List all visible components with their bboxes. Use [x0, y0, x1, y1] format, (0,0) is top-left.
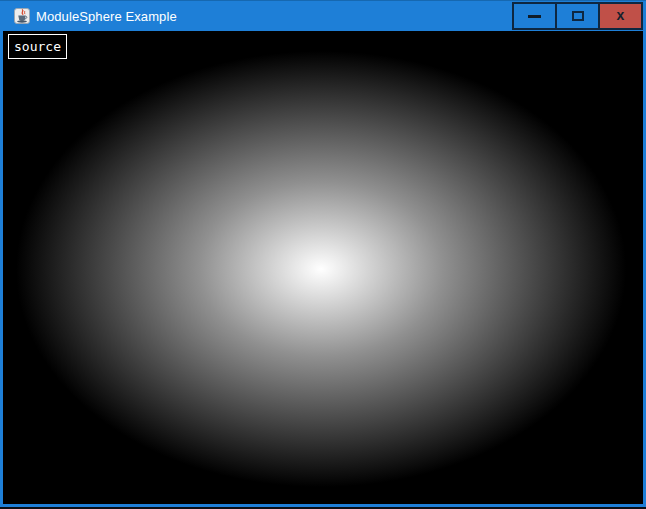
- maximize-icon: [572, 11, 584, 21]
- minimize-button[interactable]: [512, 2, 557, 30]
- window-title: ModuleSphere Example: [36, 9, 177, 24]
- java-coffee-cup-icon: [14, 8, 30, 24]
- titlebar[interactable]: ModuleSphere Example x: [0, 1, 646, 31]
- app-window: ModuleSphere Example x source: [0, 0, 646, 509]
- close-icon: x: [617, 8, 625, 22]
- minimize-icon: [528, 15, 541, 18]
- source-node[interactable]: source: [8, 34, 67, 59]
- maximize-button[interactable]: [555, 2, 600, 30]
- render-canvas[interactable]: source: [3, 31, 643, 504]
- window-controls: x: [514, 2, 643, 30]
- close-button[interactable]: x: [598, 2, 643, 30]
